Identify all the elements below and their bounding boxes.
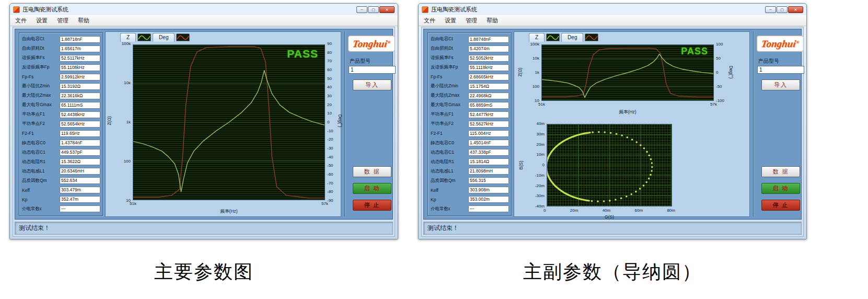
menu-file[interactable]: 文件 [424,17,435,25]
param-label: 最小阻抗Zmin [431,83,468,89]
y-axis-label: Z(Ω) [517,64,523,80]
param-value-input[interactable]: 65.8859mS [468,102,509,109]
param-value-input[interactable]: 15.1814Ω [468,158,509,165]
start-button[interactable]: 启 动 [353,183,391,194]
param-value-input[interactable]: 1.65617m [60,45,100,52]
product-model-input[interactable] [757,66,804,74]
tab-deg[interactable]: Deg [561,33,583,42]
axis-tick-label: 100 [716,42,723,47]
import-button[interactable]: 导入 [353,79,391,90]
tab-z[interactable]: Z [120,33,136,42]
minimize-button[interactable]: ─ [765,6,776,13]
param-row: Fp-Fs2.68665kHz [431,73,509,81]
tab-deg[interactable]: Deg [153,33,175,42]
axis-tick-label: 0 [716,71,718,75]
menu-file[interactable]: 文件 [15,17,27,25]
param-value-input[interactable]: 1.88748nF [468,36,509,43]
param-value-input[interactable]: 115.004Hz [468,130,509,137]
minimize-button[interactable]: ─ [356,6,367,13]
param-value-input[interactable]: 52.5654kHz [60,121,100,128]
param-value-input[interactable]: 52.5052kHz [468,55,509,62]
deg-curve-icon[interactable] [176,33,190,41]
stop-button[interactable]: 停 止 [353,200,391,211]
start-button[interactable]: 启 动 [761,183,800,194]
param-value-input[interactable]: 352.47m [60,196,100,203]
param-value-input[interactable]: 52.4477kHz [468,111,509,118]
param-value-input[interactable]: 15.1754Ω [468,83,509,90]
param-value-input[interactable]: 15.3192Ω [60,83,100,90]
z-curve-icon[interactable] [546,33,560,41]
deg-curve-icon[interactable] [585,33,598,41]
param-value-input[interactable]: 20.6346mH [60,168,100,175]
axis-tick-label: -40 [327,155,333,159]
param-value-input[interactable]: 55.1118kHz [468,64,509,71]
y-axis-label: Z(Ω) [107,113,112,129]
caption-right: 主副参数（导纳圆） [418,259,807,285]
titlebar[interactable]: 压电陶瓷测试系统 ─ ▢ ✕ [10,4,398,15]
product-model-input[interactable] [349,66,396,74]
menu-manage[interactable]: 管理 [466,17,477,25]
axis-tick-label: 1k [126,120,131,124]
param-value-input[interactable]: 449.537pF [60,149,100,156]
menu-help[interactable]: 帮助 [487,17,498,25]
menu-settings[interactable]: 设置 [36,17,48,25]
param-value-input[interactable]: 119.65Hz [60,130,100,137]
param-label: 自由电容Ct [22,36,60,42]
window-body: 自由电容Ct1.88718nF自由损耗Dt1.65617m谐振频率Fs52.51… [13,27,395,237]
admittance-circle-plot [547,124,672,206]
maximize-button[interactable]: ▢ [777,6,788,13]
axis-tick-label: 100k [530,42,539,47]
menu-manage[interactable]: 管理 [57,17,68,25]
param-value-input[interactable]: --- [60,205,100,212]
param-value-input[interactable]: 5.42074m [468,45,509,52]
param-value-input[interactable]: 52.4438kHz [60,111,100,118]
import-button[interactable]: 导入 [761,79,800,90]
param-row: 半功率点F252.5627kHz [431,120,509,128]
param-value-input[interactable]: 437.338pF [468,149,509,156]
param-label: 静态电容C0 [22,140,60,146]
param-value-input[interactable]: 1.45014nF [468,140,509,146]
param-value-input[interactable]: 15.3622Ω [60,158,100,165]
param-value-input[interactable]: 556.315 [468,177,509,184]
data-button[interactable]: 数 据 [761,166,800,177]
param-value-input[interactable]: 2.59912kHz [60,74,100,80]
menu-settings[interactable]: 设置 [445,17,456,25]
param-value-input[interactable]: 1.43784nF [60,140,100,146]
param-value-input[interactable]: 353.002m [468,196,509,203]
param-value-input[interactable]: 55.1108kHz [60,64,100,71]
param-value-input[interactable]: 52.5117kHz [60,55,100,62]
maximize-button[interactable]: ▢ [368,6,379,13]
param-row: 最小阻抗Zmin15.3192Ω [22,82,100,90]
param-row: F2-F1119.65Hz [22,129,100,137]
param-value-input[interactable]: 22.4968kΩ [468,93,509,99]
param-value-input[interactable]: 22.3616kΩ [60,93,100,99]
param-label: Keff [431,188,468,193]
axis-tick-label: 100 [533,85,539,89]
param-value-input[interactable]: 2.68665kHz [468,74,509,80]
param-value-input[interactable]: 65.1111mS [60,102,100,109]
param-value-input[interactable]: 303.908m [468,187,509,193]
param-value-input[interactable]: 52.5627kHz [468,121,509,128]
stop-button[interactable]: 停 止 [761,200,800,211]
data-button[interactable]: 数 据 [353,166,391,177]
param-value-input[interactable]: --- [468,205,509,212]
menu-help[interactable]: 帮助 [78,17,89,25]
param-label: 静态电容C0 [431,140,468,146]
close-button[interactable]: ✕ [379,6,395,13]
param-value-input[interactable]: 552.634 [60,177,100,184]
axis-tick-label: 20m [570,209,578,213]
close-button[interactable]: ✕ [788,6,803,13]
param-row: 谐振频率Fs52.5052kHz [431,54,509,62]
param-label: 反谐振频率Fp [22,64,60,71]
titlebar[interactable]: 压电陶瓷测试系统 ─ ▢ ✕ [419,4,806,15]
z-curve-icon[interactable] [137,33,151,41]
tonghui-logo: Tonghui® [757,36,804,52]
param-value-input[interactable]: 303.479m [60,187,100,193]
param-value-input[interactable]: 21.8098mH [468,168,509,175]
axis-tick-label: -10 [327,129,333,133]
tab-z[interactable]: Z [529,33,545,42]
product-model-label: 产品型号 [758,58,802,65]
param-label: Fp-Fs [22,74,60,79]
param-value-input[interactable]: 1.88718nF [60,36,100,43]
chart-panel: Z Deg 100k10k1k10010 Z(Ω) [105,31,341,217]
